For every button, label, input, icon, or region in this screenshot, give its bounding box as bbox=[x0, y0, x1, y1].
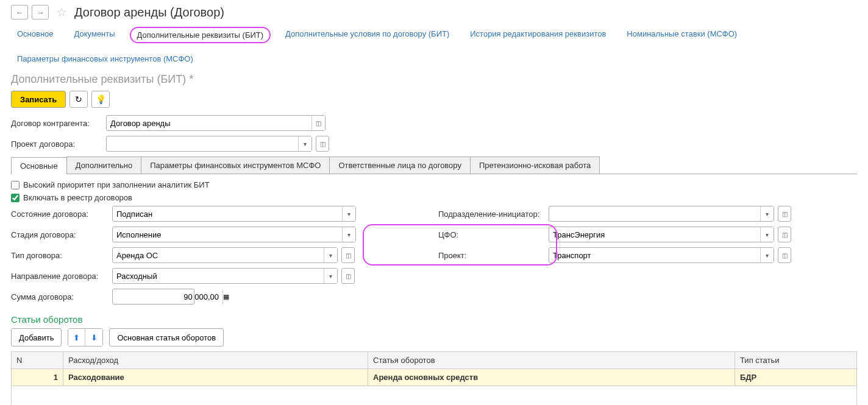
high-priority-label: Высокий приоритет при заполнении аналити… bbox=[23, 180, 210, 189]
page-title: Договор аренды (Договор) bbox=[74, 5, 224, 19]
cell-type: БДР bbox=[735, 369, 857, 386]
back-button[interactable]: ← bbox=[11, 5, 28, 19]
col-art: Статья оборотов bbox=[368, 352, 735, 369]
col-exp: Расход/доход bbox=[63, 352, 368, 369]
tab-req-bit[interactable]: Дополнительные реквизиты (БИТ) bbox=[130, 27, 271, 43]
calculator-icon[interactable]: ▦ bbox=[222, 289, 229, 304]
tab-edit-history[interactable]: История редактирования реквизитов bbox=[464, 27, 612, 43]
project-contract-label: Проект договора: bbox=[11, 139, 102, 149]
dropdown-icon[interactable]: ▾ bbox=[342, 227, 355, 242]
subtab-ifrs[interactable]: Параметры финансовых инструментов МСФО bbox=[141, 157, 330, 174]
state-label: Состояние договора: bbox=[11, 210, 108, 219]
project-input[interactable] bbox=[549, 248, 760, 262]
dropdown-icon[interactable]: ▾ bbox=[298, 136, 311, 151]
subdiv-input[interactable] bbox=[549, 206, 760, 221]
stage-label: Стадия договора: bbox=[11, 230, 108, 239]
move-down-button[interactable]: ⬇ bbox=[85, 329, 102, 346]
open-icon[interactable]: ◫ bbox=[316, 136, 329, 152]
direction-input[interactable] bbox=[113, 269, 324, 283]
dropdown-icon[interactable]: ▾ bbox=[324, 248, 337, 262]
subtab-extra[interactable]: Дополнительно bbox=[66, 157, 142, 174]
tab-main[interactable]: Основное bbox=[11, 27, 60, 43]
col-type: Тип статьи bbox=[735, 352, 857, 369]
refresh-button[interactable]: ↻ bbox=[69, 91, 88, 108]
project-label: Проект: bbox=[438, 251, 545, 260]
favorite-icon[interactable]: ☆ bbox=[56, 5, 67, 19]
subtab-responsible[interactable]: Ответственные лица по договору bbox=[329, 157, 471, 174]
tab-docs[interactable]: Документы bbox=[68, 27, 121, 43]
save-button[interactable]: Записать bbox=[11, 91, 66, 108]
add-button[interactable]: Добавить bbox=[11, 328, 62, 347]
table-row[interactable]: 1 Расходование Аренда основных средств Б… bbox=[12, 369, 857, 386]
dropdown-icon[interactable]: ▾ bbox=[342, 206, 355, 221]
cell-n: 1 bbox=[12, 369, 63, 386]
type-label: Тип договора: bbox=[11, 251, 108, 260]
sum-label: Сумма договора: bbox=[11, 292, 108, 301]
forward-button[interactable]: → bbox=[32, 5, 49, 19]
dropdown-icon[interactable]: ▾ bbox=[324, 269, 337, 283]
tab-extra-cond[interactable]: Дополнительные условия по договору (БИТ) bbox=[279, 27, 455, 43]
high-priority-checkbox[interactable] bbox=[11, 181, 20, 189]
subdiv-label: Подразделение-инициатор: bbox=[438, 210, 545, 219]
tab-nominal[interactable]: Номинальные ставки (МСФО) bbox=[621, 27, 743, 43]
col-n: N bbox=[12, 352, 63, 369]
tab-fin-params[interactable]: Параметры финансовых инструментов (МСФО) bbox=[11, 52, 199, 66]
turnover-title: Статьи оборотов bbox=[11, 314, 857, 325]
project-contract-input[interactable] bbox=[107, 136, 298, 151]
open-icon[interactable]: ◫ bbox=[311, 116, 325, 130]
include-registry-checkbox[interactable] bbox=[11, 194, 20, 202]
contract-input[interactable] bbox=[107, 116, 311, 130]
open-icon[interactable]: ◫ bbox=[778, 227, 791, 242]
section-subtitle: Дополнительные реквизиты (БИТ) * bbox=[0, 72, 868, 91]
table-empty-area bbox=[11, 386, 857, 405]
dropdown-icon[interactable]: ▾ bbox=[760, 248, 774, 262]
dropdown-icon[interactable]: ▾ bbox=[760, 227, 774, 242]
subtab-main[interactable]: Основные bbox=[11, 157, 67, 174]
type-input[interactable] bbox=[113, 248, 324, 262]
stage-input[interactable] bbox=[113, 227, 342, 242]
cell-art: Аренда основных средств bbox=[368, 369, 735, 386]
open-icon[interactable]: ◫ bbox=[778, 206, 791, 222]
cfo-input[interactable] bbox=[549, 227, 760, 242]
state-input[interactable] bbox=[113, 206, 342, 221]
table-header: N Расход/доход Статья оборотов Тип стать… bbox=[12, 352, 857, 369]
move-up-button[interactable]: ⬆ bbox=[68, 329, 85, 346]
open-icon[interactable]: ◫ bbox=[778, 247, 791, 263]
cfo-label: ЦФО: bbox=[438, 230, 545, 239]
hint-button[interactable]: 💡 bbox=[91, 91, 110, 108]
sum-input[interactable] bbox=[113, 292, 222, 301]
direction-label: Направление договора: bbox=[11, 272, 108, 281]
subtab-claims[interactable]: Претензионно-исковая работа bbox=[470, 157, 600, 174]
cell-exp: Расходование bbox=[63, 369, 368, 386]
main-article-button[interactable]: Основная статья оборотов bbox=[109, 328, 224, 347]
open-icon[interactable]: ◫ bbox=[341, 247, 355, 263]
dropdown-icon[interactable]: ▾ bbox=[760, 206, 774, 221]
open-icon[interactable]: ◫ bbox=[341, 268, 355, 284]
include-registry-label: Включать в реестр договоров bbox=[23, 193, 132, 202]
contract-label: Договор контрагента: bbox=[11, 119, 102, 128]
